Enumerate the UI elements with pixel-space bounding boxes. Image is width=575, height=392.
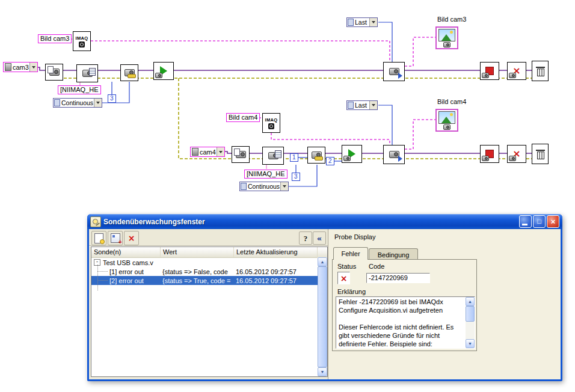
- cam3-open-camera-node[interactable]: [45, 64, 63, 81]
- explanation-box[interactable]: Fehler -2147220969 ist bei IMAQdx Config…: [336, 296, 475, 349]
- delete-probe-button[interactable]: ×: [124, 231, 139, 245]
- probe-vi-name: Test USB cams.v: [103, 259, 153, 266]
- probe-name: [1] error out: [109, 268, 144, 275]
- scroll-down-icon[interactable]: ▼: [318, 367, 327, 376]
- trash-icon: [536, 149, 545, 159]
- maximize-button[interactable]: □: [533, 215, 546, 228]
- tab-bedingung[interactable]: Bedingung: [369, 248, 418, 260]
- cam4-buffer-mode-constant[interactable]: Last: [346, 100, 378, 110]
- cam3-close-camera-node[interactable]: ×: [507, 62, 526, 80]
- cam3-grab-image-node[interactable]: [383, 62, 405, 81]
- window-title: Sondenüberwachungsfenster: [103, 218, 205, 226]
- cam4-camera-name-control[interactable]: cam4: [190, 147, 225, 157]
- cam4-interface-constant[interactable]: [NIIMAQ_HE: [244, 170, 288, 179]
- camera-icon: [443, 124, 450, 130]
- cam4-image-name-constant[interactable]: Bild cam4: [226, 113, 260, 122]
- add-probe-button[interactable]: [108, 231, 123, 245]
- cam3-imaq-create-node[interactable]: IMAQ: [73, 31, 91, 51]
- scroll-thumb[interactable]: [466, 306, 475, 322]
- imaq-text: IMAQ: [76, 35, 88, 41]
- image-wires: [70, 37, 435, 149]
- dropdown-arrow-icon[interactable]: [369, 101, 377, 109]
- list-row[interactable]: [1] error out {status => False, code 16.…: [91, 267, 327, 276]
- titlebar[interactable]: Sondenüberwachungsfenster □ ×: [87, 214, 562, 229]
- scroll-down-icon[interactable]: ▼: [466, 339, 475, 348]
- cam4-grab-image-node[interactable]: [383, 145, 405, 164]
- camera-icon: [389, 151, 399, 158]
- camera-icon: [509, 73, 516, 78]
- cam3-acquisition-mode-constant[interactable]: Continuous: [53, 98, 102, 108]
- grab-arrow-icon: [398, 156, 402, 162]
- new-probe-icon: [94, 233, 103, 243]
- dropdown-arrow-icon[interactable]: [280, 182, 288, 191]
- column-header-aktualisierung[interactable]: Letzte Aktualisierung: [234, 247, 318, 257]
- list-row[interactable]: - Test USB cams.v: [91, 258, 327, 267]
- cam3-display-label[interactable]: Bild cam3: [437, 16, 466, 23]
- new-page-icon: [48, 66, 54, 73]
- delete-icon: ×: [128, 234, 135, 242]
- io-tag-icon: [5, 63, 11, 71]
- tab-fehler[interactable]: Fehler: [333, 247, 368, 260]
- dropdown-arrow-icon[interactable]: [217, 147, 224, 156]
- column-header-wert[interactable]: Wert: [161, 247, 234, 257]
- imaq-icon: [79, 41, 85, 47]
- column-header-sonde[interactable]: Sonde(n): [91, 247, 161, 257]
- dropdown-arrow-icon[interactable]: [29, 63, 37, 72]
- tree-connector: [97, 280, 108, 281]
- list-row-selected[interactable]: [2] error out {status => True, code = 16…: [91, 276, 327, 285]
- scroll-up-icon[interactable]: ▲: [466, 297, 475, 306]
- cam4-image-display-terminal[interactable]: [435, 109, 458, 132]
- camera-icon: [443, 42, 450, 47]
- property-list-icon: [275, 150, 281, 158]
- cam4-display-label[interactable]: Bild cam4: [437, 98, 466, 105]
- probe-display-title: Probe Display: [334, 233, 375, 240]
- imaq-icon: [268, 123, 274, 129]
- cam4-buffer-count-constant[interactable]: 3: [292, 173, 300, 181]
- cam3-image-display-terminal[interactable]: [435, 26, 458, 49]
- scroll-up-icon[interactable]: ▲: [318, 257, 327, 266]
- cam3-buffer-mode-constant[interactable]: Last: [346, 17, 378, 27]
- cam4-configure-grab-node[interactable]: [262, 147, 284, 165]
- dropdown-arrow-icon[interactable]: [369, 18, 377, 26]
- cam4-configure-acquisition-node[interactable]: [307, 147, 325, 164]
- cam4-const-2[interactable]: 2: [326, 157, 334, 165]
- cam3-configure-grab-node[interactable]: [76, 64, 98, 82]
- maximize-icon: □: [537, 218, 541, 225]
- minimize-button[interactable]: [519, 215, 532, 228]
- cam4-acquisition-mode-constant[interactable]: Continuous: [239, 182, 289, 191]
- cam4-const-1[interactable]: 1: [290, 153, 298, 162]
- minimize-icon: [522, 224, 527, 225]
- collapse-pane-button[interactable]: «: [313, 231, 326, 245]
- probe-list: Sonde(n) Wert Letzte Aktualisierung - Te…: [91, 247, 328, 377]
- probe-value: {status => True, code =: [161, 277, 234, 284]
- mode-text: Continuous: [61, 99, 93, 106]
- cam3-buffer-count-constant[interactable]: 3: [108, 94, 116, 103]
- new-probe-button[interactable]: [91, 231, 106, 245]
- cam3-start-acquisition-node[interactable]: [153, 62, 174, 80]
- enum-icon: [348, 19, 354, 26]
- tab-label: Fehler: [341, 250, 360, 257]
- cam3-configure-acquisition-node[interactable]: [120, 64, 138, 81]
- cam4-stop-acquisition-node[interactable]: [480, 145, 499, 163]
- cam4-start-acquisition-node[interactable]: [342, 145, 362, 163]
- probe-display-pane: Probe Display Fehler Bedingung Status Co…: [328, 229, 561, 379]
- cam3-dispose-image-node[interactable]: [532, 61, 549, 81]
- image-icon: [438, 111, 455, 124]
- explanation-scrollbar[interactable]: ▲ ▼: [466, 297, 475, 348]
- cam4-close-camera-node[interactable]: ×: [507, 145, 526, 163]
- close-button[interactable]: ×: [547, 215, 559, 228]
- cam3-camera-name-control[interactable]: cam3: [3, 62, 38, 72]
- list-vertical-scrollbar[interactable]: ▲ ▼: [318, 257, 327, 376]
- help-button[interactable]: ?: [299, 231, 312, 245]
- cam3-stop-acquisition-node[interactable]: [480, 62, 499, 80]
- tree-connector: [97, 271, 108, 272]
- code-value-field[interactable]: -2147220969: [366, 273, 430, 283]
- cam4-imaq-create-node[interactable]: IMAQ: [262, 113, 280, 133]
- add-probe-icon: [111, 233, 120, 243]
- cam3-image-name-constant[interactable]: Bild cam3: [38, 34, 72, 43]
- cam4-open-camera-node[interactable]: [232, 146, 250, 163]
- cam3-interface-constant[interactable]: [NIIMAQ_HE: [58, 85, 101, 94]
- scroll-thumb[interactable]: [318, 266, 327, 367]
- dropdown-arrow-icon[interactable]: [94, 99, 102, 107]
- cam4-dispose-image-node[interactable]: [532, 144, 549, 164]
